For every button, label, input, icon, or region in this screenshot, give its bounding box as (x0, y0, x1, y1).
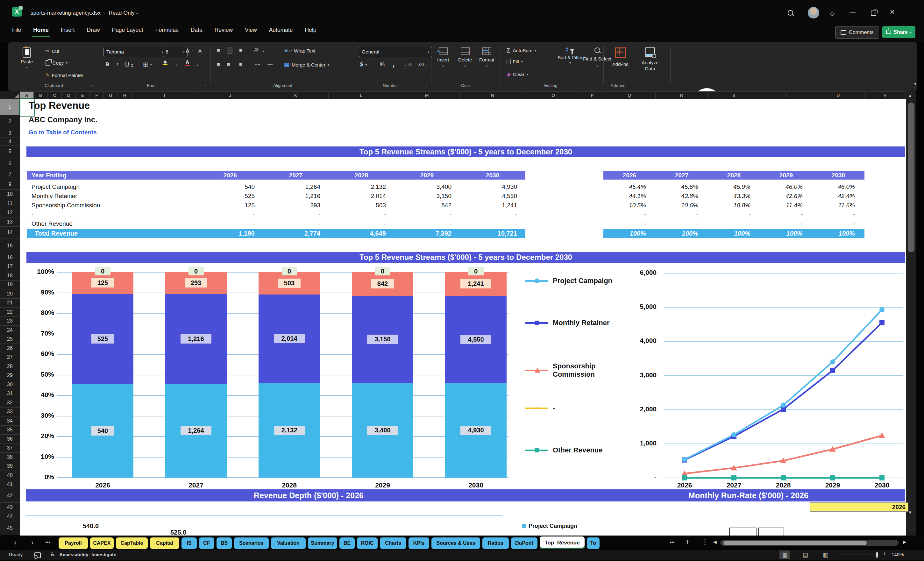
align-bottom-icon[interactable]: ≡ (239, 48, 242, 54)
table-total-cell[interactable]: 2,774 (263, 229, 328, 238)
pct-cell[interactable]: 44.1% (603, 191, 656, 201)
cut-button[interactable]: ✂Cut (45, 48, 59, 54)
sheet-tab-to[interactable]: To (587, 537, 600, 549)
toc-link[interactable]: Go to Table of Contents (28, 129, 97, 136)
clear-button[interactable]: ◈Clear▾ (507, 71, 528, 78)
row-header-26[interactable]: 26 (0, 344, 20, 353)
pct-cell[interactable]: 43.3% (708, 191, 760, 201)
alignment-dialog-launcher[interactable]: › (347, 83, 351, 87)
row-header-27[interactable]: 27 (0, 353, 20, 362)
copy-button[interactable]: Copy▾ (45, 60, 68, 66)
menu-tab-automate[interactable]: Automate (269, 27, 293, 37)
pct-header-cell[interactable]: 2027 (656, 171, 708, 180)
table-total-cell[interactable]: 4,649 (328, 229, 394, 238)
pct-cell[interactable]: 10.8% (708, 201, 760, 210)
column-header-A[interactable]: A (20, 92, 34, 99)
wrap-text-button[interactable]: ab↩Wrap Text (284, 48, 315, 54)
macro-record-icon[interactable] (34, 552, 41, 558)
row-header-42[interactable]: 42 (0, 489, 20, 503)
row-header-33[interactable]: 33 (0, 408, 20, 417)
sheet-tab-kpis[interactable]: KPIs (408, 537, 429, 549)
pct-cell[interactable]: - (603, 210, 656, 219)
table-cell[interactable]: - (394, 210, 460, 219)
align-right-icon[interactable]: ≡ (239, 62, 242, 68)
borders-icon[interactable]: ⊞▾ (143, 61, 152, 68)
menu-tab-draw[interactable]: Draw (87, 27, 100, 37)
table-total-cell[interactable]: Total Revenue (27, 229, 205, 238)
tabs-overflow-icon[interactable]: ••• (670, 539, 675, 545)
row-header-13[interactable]: 13 (0, 218, 20, 227)
row-header-18[interactable]: 18 (0, 271, 20, 280)
status-accessibility[interactable]: Accessibility: Investigate (59, 552, 116, 557)
table-cell[interactable]: - (328, 219, 394, 228)
table-total-cell[interactable]: 7,392 (394, 229, 460, 238)
row-header-31[interactable]: 31 (0, 389, 20, 399)
sheet-tab-top_revenue[interactable]: Top_Revenue (540, 537, 585, 549)
row-header-12[interactable]: 12 (0, 208, 20, 218)
add-ins-button[interactable]: Add-ins (612, 48, 628, 67)
row-header-22[interactable]: 22 (0, 308, 20, 317)
pct-header-cell[interactable]: 2028 (708, 171, 760, 180)
sheet-tab-payroll[interactable]: Payroll (58, 537, 88, 549)
table-header-cell[interactable]: 2028 (328, 171, 394, 180)
orientation-icon[interactable]: ab (253, 47, 259, 54)
row-header-7[interactable]: 7 (0, 170, 20, 179)
column-header-B[interactable]: B (34, 92, 48, 99)
row-header-11[interactable]: 11 (0, 199, 20, 208)
column-header-O[interactable]: O (525, 92, 581, 99)
sheet-tab-captable[interactable]: CapTable (116, 537, 148, 549)
table-total-cell[interactable]: 1,190 (197, 229, 263, 238)
zoom-slider[interactable] (838, 555, 880, 555)
table-cell[interactable]: 3,150 (394, 191, 460, 201)
row-header-35[interactable]: 35 (0, 426, 20, 435)
table-header-cell[interactable]: 2027 (263, 171, 328, 180)
column-header-T[interactable]: T (760, 92, 812, 99)
table-cell[interactable]: 1,241 (460, 201, 525, 210)
pct-cell[interactable]: - (708, 210, 760, 219)
column-header-K[interactable]: K (263, 92, 328, 99)
font-size-select[interactable]: 8▾ (163, 47, 188, 57)
table-total-cell[interactable]: 10,721 (460, 229, 525, 238)
column-header-D[interactable]: D (62, 92, 76, 99)
legend-item-project-campaign[interactable]: Project Campaign (525, 277, 653, 285)
table-cell[interactable]: 293 (263, 201, 328, 210)
close-button[interactable]: × (890, 7, 895, 17)
sheet-tab-ratios[interactable]: Ratios (482, 537, 509, 549)
sheet-tab-scenarios[interactable]: Scenarios (234, 537, 269, 549)
avatar[interactable] (808, 7, 819, 18)
pct-cell[interactable]: 11.6% (812, 201, 864, 210)
search-icon[interactable] (788, 10, 793, 16)
menu-tab-formulas[interactable]: Formulas (155, 27, 178, 37)
menu-tab-file[interactable]: File (12, 27, 21, 37)
table-header-cell[interactable]: 2030 (460, 171, 525, 180)
align-top-icon[interactable]: ≡ (217, 48, 220, 54)
table-cell[interactable]: 1,216 (263, 191, 328, 201)
table-cell[interactable]: - (460, 210, 525, 219)
row-header-39[interactable]: 39 (0, 462, 20, 471)
column-header-L[interactable]: L (328, 92, 394, 99)
table-cell[interactable]: 503 (328, 201, 394, 210)
pct-total-cell[interactable]: 100% (603, 229, 656, 238)
table-cell[interactable]: - (197, 219, 263, 228)
column-header-C[interactable]: C (48, 92, 62, 99)
zoom-slider-thumb[interactable] (876, 552, 878, 558)
autosum-button[interactable]: ΣAutoSum▾ (507, 47, 536, 54)
analyze-data-button[interactable]: AnalyzeData (642, 48, 658, 72)
row-header-15[interactable]: 15 (0, 238, 20, 253)
column-header-R[interactable]: R (656, 92, 708, 99)
decrease-font-icon[interactable]: Aˇ (198, 48, 205, 54)
column-header-P[interactable]: P (581, 92, 603, 99)
column-header-J[interactable]: J (197, 92, 263, 99)
scroll-up-icon[interactable]: ▲ (908, 93, 912, 98)
comma-format-icon[interactable]: , (393, 60, 395, 69)
table-cell[interactable]: 842 (394, 201, 460, 210)
sheet-tab-capex[interactable]: CAPEX (90, 537, 114, 549)
pct-cell[interactable]: - (812, 210, 864, 219)
column-header-H[interactable]: H (118, 92, 132, 99)
pct-cell[interactable]: 11.4% (760, 201, 812, 210)
sheet-tab-bs[interactable]: BS (216, 537, 232, 549)
column-header-G[interactable]: G (104, 92, 118, 99)
collapse-ribbon-icon[interactable]: ▾ (914, 81, 916, 86)
table-cell[interactable]: - (394, 219, 460, 228)
italic-button[interactable]: I (116, 62, 118, 68)
